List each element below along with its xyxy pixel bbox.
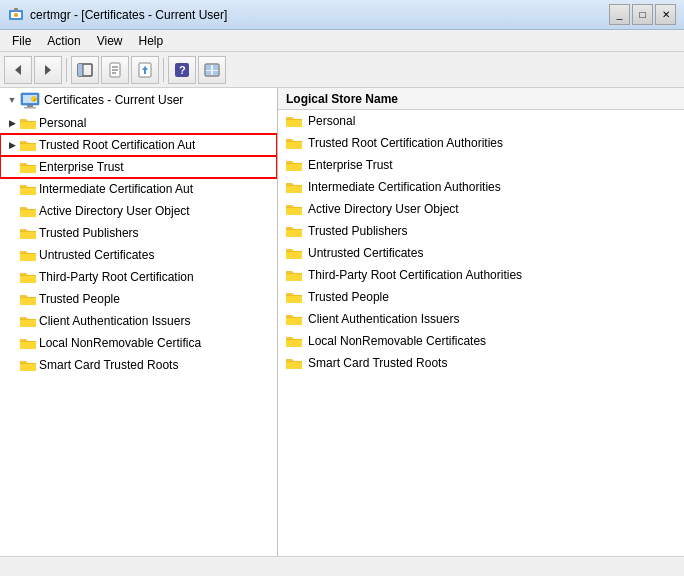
right-item-r-active-directory[interactable]: Active Directory User Object: [278, 198, 684, 220]
expand-untrusted: [4, 247, 20, 263]
tree-item-local-non-removable[interactable]: Local NonRemovable Certifica: [0, 332, 277, 354]
menu-bar: File Action View Help: [0, 30, 684, 52]
tree-item-smart-card[interactable]: Smart Card Trusted Roots: [0, 354, 277, 376]
right-item-r-untrusted[interactable]: Untrusted Certificates: [278, 242, 684, 264]
tree-item-trusted-root[interactable]: ▶ Trusted Root Certification Aut: [0, 134, 277, 156]
right-item-r-trusted-root[interactable]: Trusted Root Certification Authorities: [278, 132, 684, 154]
right-item-r-trusted-publishers[interactable]: Trusted Publishers: [278, 220, 684, 242]
folder-icon-trusted-people: [20, 292, 36, 306]
folder-icon-active-directory: [20, 204, 36, 218]
help-button[interactable]: ?: [168, 56, 196, 84]
show-hide-button[interactable]: [71, 56, 99, 84]
tree-item-trusted-people[interactable]: Trusted People: [0, 288, 277, 310]
folder-icon-client-auth: [20, 314, 36, 328]
export-button[interactable]: [131, 56, 159, 84]
right-label-r-client-auth: Client Authentication Issuers: [308, 312, 459, 326]
right-folder-icon-r-trusted-root: [286, 136, 302, 150]
svg-text:?: ?: [179, 64, 186, 76]
root-expand[interactable]: ▼: [4, 92, 20, 108]
tree-root[interactable]: ▼ ✓ Certificates - Current User: [0, 88, 277, 112]
left-pane: ▼ ✓ Certificates - Current User ▶ Person…: [0, 88, 278, 556]
tree-label-active-directory: Active Directory User Object: [39, 204, 190, 218]
expand-personal[interactable]: ▶: [4, 115, 20, 131]
tree-item-personal[interactable]: ▶ Personal: [0, 112, 277, 134]
tree-item-intermediate[interactable]: Intermediate Certification Aut: [0, 178, 277, 200]
window-controls: _ □ ✕: [609, 4, 676, 25]
root-label: Certificates - Current User: [44, 93, 183, 107]
right-label-r-trusted-people: Trusted People: [308, 290, 389, 304]
right-item-r-intermediate[interactable]: Intermediate Certification Authorities: [278, 176, 684, 198]
folder-icon-trusted-root: [20, 138, 36, 152]
right-label-r-local-non-removable: Local NonRemovable Certificates: [308, 334, 486, 348]
folder-icon-third-party: [20, 270, 36, 284]
tree-item-untrusted[interactable]: Untrusted Certificates: [0, 244, 277, 266]
right-label-r-active-directory: Active Directory User Object: [308, 202, 459, 216]
right-folder-icon-r-active-directory: [286, 202, 302, 216]
expand-trusted-root[interactable]: ▶: [4, 137, 20, 153]
expand-trusted-people: [4, 291, 20, 307]
expand-local-non-removable: [4, 335, 20, 351]
menu-help[interactable]: Help: [131, 32, 172, 50]
menu-action[interactable]: Action: [39, 32, 88, 50]
app-icon: [8, 7, 24, 23]
svg-marker-4: [15, 65, 21, 75]
view-button[interactable]: [198, 56, 226, 84]
menu-file[interactable]: File: [4, 32, 39, 50]
tree-label-trusted-root: Trusted Root Certification Aut: [39, 138, 195, 152]
right-item-r-trusted-people[interactable]: Trusted People: [278, 286, 684, 308]
back-button[interactable]: [4, 56, 32, 84]
tree-item-third-party[interactable]: Third-Party Root Certification: [0, 266, 277, 288]
right-folder-icon-r-trusted-people: [286, 290, 302, 304]
right-label-r-third-party: Third-Party Root Certification Authoriti…: [308, 268, 522, 282]
folder-icon-untrusted: [20, 248, 36, 262]
svg-marker-5: [45, 65, 51, 75]
tree-label-trusted-people: Trusted People: [39, 292, 120, 306]
svg-rect-20: [206, 71, 211, 75]
right-item-r-smart-card[interactable]: Smart Card Trusted Roots: [278, 352, 684, 374]
properties-button[interactable]: [101, 56, 129, 84]
expand-smart-card: [4, 357, 20, 373]
folder-icon-smart-card: [20, 358, 36, 372]
menu-view[interactable]: View: [89, 32, 131, 50]
tree-item-enterprise-trust[interactable]: Enterprise Trust: [0, 156, 277, 178]
tree-item-client-auth[interactable]: Client Authentication Issuers: [0, 310, 277, 332]
right-folder-icon-r-client-auth: [286, 312, 302, 326]
right-item-r-enterprise-trust[interactable]: Enterprise Trust: [278, 154, 684, 176]
minimize-button[interactable]: _: [609, 4, 630, 25]
close-button[interactable]: ✕: [655, 4, 676, 25]
right-label-r-trusted-root: Trusted Root Certification Authorities: [308, 136, 503, 150]
tree-label-intermediate: Intermediate Certification Aut: [39, 182, 193, 196]
right-label-r-intermediate: Intermediate Certification Authorities: [308, 180, 501, 194]
right-item-r-local-non-removable[interactable]: Local NonRemovable Certificates: [278, 330, 684, 352]
tree-label-third-party: Third-Party Root Certification: [39, 270, 194, 284]
tree-item-trusted-publishers[interactable]: Trusted Publishers: [0, 222, 277, 244]
expand-client-auth: [4, 313, 20, 329]
root-icon: ✓: [20, 91, 40, 109]
right-pane: Logical Store Name Personal Trusted Root…: [278, 88, 684, 556]
svg-rect-19: [213, 65, 218, 70]
right-items: Personal Trusted Root Certification Auth…: [278, 110, 684, 374]
tree-label-local-non-removable: Local NonRemovable Certifica: [39, 336, 201, 350]
toolbar-sep-1: [66, 58, 67, 82]
right-label-r-enterprise-trust: Enterprise Trust: [308, 158, 393, 172]
maximize-button[interactable]: □: [632, 4, 653, 25]
status-bar: [0, 556, 684, 576]
right-folder-icon-r-personal: [286, 114, 302, 128]
right-label-r-trusted-publishers: Trusted Publishers: [308, 224, 408, 238]
svg-rect-18: [206, 65, 211, 70]
title-bar: certmgr - [Certificates - Current User] …: [0, 0, 684, 30]
right-item-r-third-party[interactable]: Third-Party Root Certification Authoriti…: [278, 264, 684, 286]
right-folder-icon-r-intermediate: [286, 180, 302, 194]
window-title: certmgr - [Certificates - Current User]: [30, 8, 227, 22]
svg-rect-7: [78, 64, 83, 76]
right-folder-icon-r-untrusted: [286, 246, 302, 260]
tree-item-active-directory[interactable]: Active Directory User Object: [0, 200, 277, 222]
svg-rect-25: [24, 107, 36, 109]
expand-active-directory: [4, 203, 20, 219]
right-item-r-personal[interactable]: Personal: [278, 110, 684, 132]
right-item-r-client-auth[interactable]: Client Authentication Issuers: [278, 308, 684, 330]
right-folder-icon-r-local-non-removable: [286, 334, 302, 348]
forward-button[interactable]: [34, 56, 62, 84]
tree-label-personal: Personal: [39, 116, 86, 130]
expand-enterprise-trust: [4, 159, 20, 175]
